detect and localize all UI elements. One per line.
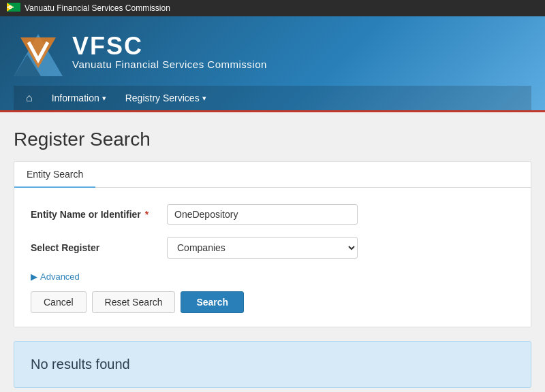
no-results-banner: No results found [14, 341, 531, 388]
required-star: * [145, 209, 149, 220]
search-form: Entity Name or Identifier * Select Regis… [14, 188, 531, 327]
top-bar-title: Vanuatu Financial Services Commission [25, 3, 170, 13]
tabs: Entity Search [14, 162, 531, 188]
advanced-arrow-icon: ▶ [31, 272, 37, 282]
logo-text: VFSC Vanuatu Financial Services Commissi… [72, 34, 267, 70]
reset-search-button[interactable]: Reset Search [92, 291, 176, 313]
header: VFSC Vanuatu Financial Services Commissi… [0, 16, 545, 110]
nav-registry[interactable]: Registry Services ▾ [116, 86, 216, 110]
advanced-section: ▶ Advanced [31, 271, 514, 291]
logo-title: VFSC [72, 34, 267, 59]
tab-entity-search[interactable]: Entity Search [14, 162, 95, 188]
search-card: Entity Search Entity Name or Identifier … [14, 161, 531, 327]
main-content: Register Search Entity Search Entity Nam… [0, 112, 545, 392]
advanced-link[interactable]: ▶ Advanced [31, 272, 80, 282]
logo-container: VFSC Vanuatu Financial Services Commissi… [14, 27, 267, 76]
nav-bar: ⌂ Information ▾ Registry Services ▾ [14, 86, 531, 110]
logo-subtitle: Vanuatu Financial Services Commission [72, 59, 267, 70]
nav-home[interactable]: ⌂ [16, 86, 42, 110]
home-icon: ⌂ [26, 92, 33, 104]
register-select[interactable]: Companies Partnerships Trusts Business N… [167, 237, 358, 259]
top-bar: Vanuatu Financial Services Commission [0, 0, 545, 16]
button-row: Cancel Reset Search Search [31, 291, 514, 313]
register-label: Select Register [31, 242, 167, 253]
registry-caret-icon: ▾ [202, 94, 206, 103]
entity-name-label: Entity Name or Identifier * [31, 209, 167, 220]
header-top: VFSC Vanuatu Financial Services Commissi… [14, 27, 531, 86]
logo-icon [14, 27, 63, 76]
page-title: Register Search [14, 129, 531, 150]
register-row: Select Register Companies Partnerships T… [31, 237, 514, 259]
flag-icon [7, 3, 20, 14]
entity-name-input[interactable] [167, 204, 358, 225]
information-caret-icon: ▾ [102, 94, 106, 103]
entity-name-row: Entity Name or Identifier * [31, 204, 514, 225]
search-button[interactable]: Search [181, 291, 244, 313]
nav-information[interactable]: Information ▾ [42, 86, 116, 110]
cancel-button[interactable]: Cancel [31, 291, 87, 313]
